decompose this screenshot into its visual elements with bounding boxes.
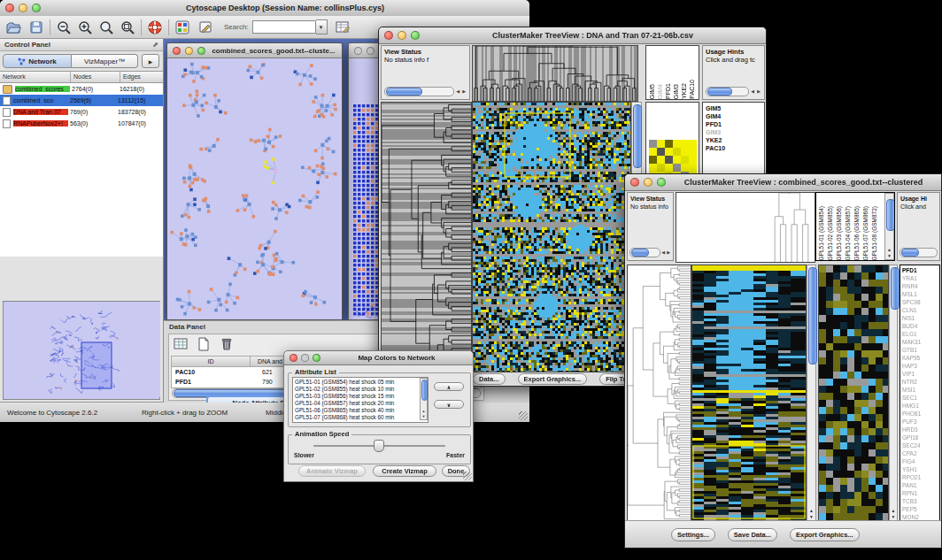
gene-label[interactable]: RPN1 (902, 489, 939, 497)
network-canvas-1[interactable] (167, 58, 340, 318)
minimize-button[interactable] (19, 4, 27, 12)
gene-label[interactable]: PEP5 (902, 505, 939, 513)
minimize-button[interactable] (398, 31, 406, 40)
gene-label[interactable]: KAP95 (902, 354, 939, 362)
row-label[interactable]: PAC10 (706, 144, 764, 152)
column-label[interactable]: GIM4 (656, 84, 664, 99)
attribute-item[interactable]: GPL51-02 (GSM855) heat shock 10 min (295, 386, 426, 393)
tv2-action-button[interactable]: Export Graphics... (790, 528, 860, 541)
row-label[interactable]: GIM3 (706, 128, 764, 136)
sample-column-label[interactable]: GPL51-06 (GSM865) (853, 206, 861, 260)
attribute-listbox[interactable]: GPL51-01 (GSM854) heat shock 05 minGPL51… (292, 377, 429, 423)
sample-column-label[interactable]: GPL51-08 (GSM872) (870, 206, 879, 260)
gene-label[interactable]: GTB1 (902, 346, 939, 354)
save-icon[interactable] (28, 19, 44, 35)
more-tabs-button[interactable]: ▶ (142, 54, 159, 68)
zoom-in-icon[interactable] (77, 19, 93, 35)
tv1-row-dendrogram[interactable] (381, 102, 472, 372)
col-nodes[interactable]: Nodes (71, 72, 120, 82)
scroll-down-icon[interactable]: ▼ (807, 514, 815, 519)
attribute-item[interactable]: GPL51-01 (GSM854) heat shock 05 min (295, 379, 426, 386)
tv2-column-dendrogram[interactable] (676, 192, 815, 263)
zoom-button[interactable] (313, 354, 320, 362)
col-network[interactable]: Network (0, 72, 71, 82)
tv1-action-button[interactable]: Data... (473, 373, 506, 385)
gene-label[interactable]: YRA1 (902, 274, 939, 282)
column-label[interactable]: GIM5 (648, 84, 656, 99)
new-page-icon[interactable] (196, 336, 212, 352)
sample-column-label[interactable]: GPL51-03 (GSM856) (835, 206, 844, 260)
sample-column-label[interactable]: GPL51-04 (GSM857) (844, 206, 853, 260)
gene-label[interactable]: NIS1 (902, 314, 939, 322)
trash-icon[interactable] (219, 336, 235, 352)
close-button[interactable] (354, 47, 362, 55)
gene-label[interactable]: HRD3 (902, 426, 939, 433)
minimize-button[interactable] (644, 178, 652, 187)
tv1-column-dendrogram[interactable] (472, 45, 638, 102)
gene-label[interactable]: RPO21 (902, 473, 939, 481)
row-label[interactable]: GIM4 (706, 112, 764, 120)
tab-network[interactable]: Network (3, 54, 72, 68)
gene-label[interactable]: SEC24 (902, 441, 939, 449)
sample-column-label[interactable]: GPL51-01 (GSM854) (817, 206, 826, 260)
tv2-hints-hscrollbar[interactable] (900, 248, 938, 257)
window-controls[interactable] (5, 4, 41, 12)
scroll-right-icon[interactable]: ▶ (757, 88, 761, 96)
tv1-hints-hscrollbar[interactable] (706, 87, 749, 96)
close-button[interactable] (5, 4, 14, 12)
zoom-button[interactable] (32, 4, 41, 12)
gene-label[interactable]: MSL1 (902, 290, 939, 298)
row-label[interactable]: PFD1 (706, 120, 764, 128)
gene-label[interactable]: GPI16 (902, 433, 939, 441)
col-id[interactable]: ID (172, 357, 251, 366)
gene-label[interactable]: TCB3 (902, 497, 939, 505)
tv2-zoom-vscrollbar[interactable]: ▲ ▼ (889, 265, 898, 521)
tab-vizmapper[interactable]: VizMapper™ (72, 54, 138, 68)
gene-label[interactable]: RNR4 (902, 282, 939, 290)
tv2-status-hscrollbar[interactable] (629, 248, 660, 257)
scroll-left-icon[interactable]: ◀ (661, 249, 666, 257)
network-row[interactable]: RNAPuberNov2+! 563(0) 107847(0) (0, 118, 163, 129)
zoom-out-icon[interactable] (56, 19, 72, 35)
dialog-titlebar[interactable]: Map Colors to Network (284, 351, 473, 365)
attribute-editor-icon[interactable] (335, 19, 351, 35)
minimize-button[interactable] (185, 47, 193, 55)
gene-label[interactable]: CPA2 (902, 449, 939, 457)
attribute-item[interactable]: GPL51-04 (GSM857) heat shock 20 min (295, 400, 426, 407)
network-row[interactable]: combined_scores 2764(0) 16218(0) (0, 83, 163, 95)
gene-label[interactable]: NTR2 (902, 378, 939, 386)
treeview1-titlebar[interactable]: ClusterMaker TreeView : DNA and Tran 07-… (379, 27, 766, 44)
close-button[interactable] (173, 47, 181, 55)
zoom-button[interactable] (657, 178, 666, 187)
search-dropdown-arrow[interactable]: ▼ (316, 19, 328, 35)
gene-label[interactable]: HMG1 (902, 402, 939, 410)
open-icon[interactable] (5, 19, 21, 35)
scroll-down-icon[interactable]: ▼ (890, 514, 897, 519)
annotation-icon[interactable] (197, 19, 213, 35)
gene-label[interactable]: PUF3 (902, 418, 939, 426)
tv1-status-hscrollbar[interactable] (384, 87, 454, 96)
resize-grip[interactable] (519, 411, 528, 420)
attribute-item[interactable]: GPL51-07 (GSM868) heat shock 60 min (295, 414, 426, 421)
tv2-action-button[interactable]: Save Data... (728, 528, 777, 541)
treeview2-titlebar[interactable]: ClusterMaker TreeView : combined_scores_… (625, 174, 941, 191)
gene-label[interactable]: VIP1 (902, 370, 939, 378)
main-titlebar[interactable]: Cytoscape Desktop (Session Name: collins… (0, 0, 529, 17)
gene-label[interactable]: PHO81 (902, 410, 939, 418)
gene-label[interactable]: SPC98 (902, 298, 939, 306)
gene-label[interactable]: SEC1 (902, 394, 939, 402)
tv2-heatmap-vscrollbar[interactable]: ▲ ▼ (807, 265, 816, 521)
tv2-action-button[interactable]: Settings... (671, 528, 715, 541)
tv2-row-dendrogram[interactable] (627, 265, 691, 521)
network-row[interactable]: DNA and Tran 07 769(0) 183728(0) (0, 106, 163, 118)
attribute-item[interactable]: GPL51-06 (GSM865) heat shock 40 min (295, 407, 426, 414)
column-label[interactable]: PFD1 (664, 83, 672, 99)
scroll-down-icon[interactable]: ▼ (421, 414, 427, 418)
zoom-button[interactable] (411, 31, 420, 40)
gene-label[interactable]: PAN1 (902, 481, 939, 489)
column-label[interactable]: YKE2 (680, 83, 688, 99)
network-window1-titlebar[interactable]: combined_scores_good.txt--cluste... (167, 43, 342, 58)
minimize-button[interactable] (301, 354, 309, 362)
animate-vizmap-button[interactable]: Animate Vizmap (298, 465, 366, 477)
scroll-right-icon[interactable]: ▶ (462, 88, 467, 96)
